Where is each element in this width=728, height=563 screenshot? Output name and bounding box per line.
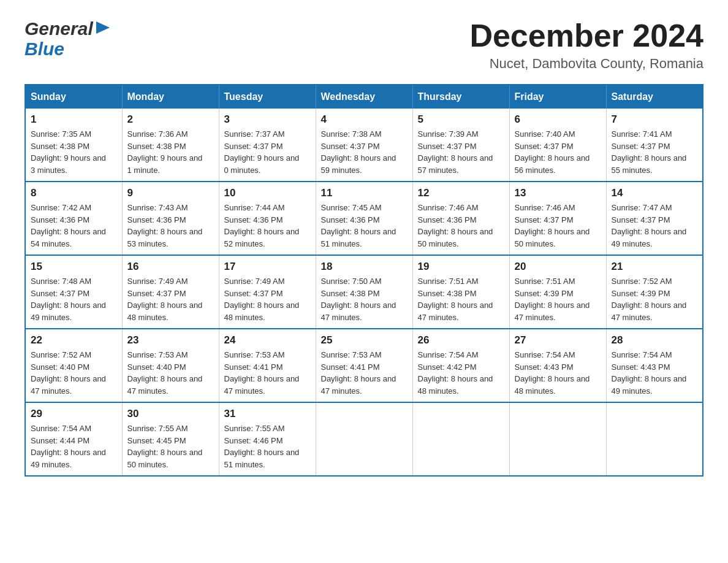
day-number: 24 [224, 334, 311, 347]
day-info: Sunrise: 7:55 AM Sunset: 4:46 PM Dayligh… [224, 423, 311, 470]
calendar-cell: 3 Sunrise: 7:37 AM Sunset: 4:37 PM Dayli… [219, 109, 316, 182]
calendar-cell: 16 Sunrise: 7:49 AM Sunset: 4:37 PM Dayl… [122, 255, 219, 329]
calendar-header-monday: Monday [122, 85, 219, 109]
day-info: Sunrise: 7:52 AM Sunset: 4:39 PM Dayligh… [612, 275, 698, 323]
calendar-cell: 30 Sunrise: 7:55 AM Sunset: 4:45 PM Dayl… [122, 402, 219, 476]
calendar-week-row: 1 Sunrise: 7:35 AM Sunset: 4:38 PM Dayli… [25, 109, 703, 182]
day-number: 26 [418, 334, 504, 347]
calendar-week-row: 8 Sunrise: 7:42 AM Sunset: 4:36 PM Dayli… [25, 182, 703, 255]
calendar-header-wednesday: Wednesday [316, 85, 412, 109]
day-info: Sunrise: 7:41 AM Sunset: 4:37 PM Dayligh… [612, 128, 698, 176]
calendar-cell: 8 Sunrise: 7:42 AM Sunset: 4:36 PM Dayli… [25, 182, 122, 255]
calendar-header-tuesday: Tuesday [219, 85, 316, 109]
day-number: 28 [612, 334, 698, 347]
day-number: 30 [127, 408, 214, 420]
calendar-cell [412, 402, 509, 476]
calendar-header-friday: Friday [509, 85, 606, 109]
day-info: Sunrise: 7:51 AM Sunset: 4:38 PM Dayligh… [418, 275, 504, 323]
day-number: 27 [515, 334, 601, 347]
calendar-cell: 22 Sunrise: 7:52 AM Sunset: 4:40 PM Dayl… [25, 329, 122, 402]
day-number: 6 [515, 113, 601, 126]
calendar-cell: 9 Sunrise: 7:43 AM Sunset: 4:36 PM Dayli… [122, 182, 219, 255]
calendar-cell: 1 Sunrise: 7:35 AM Sunset: 4:38 PM Dayli… [25, 109, 122, 182]
calendar-cell [606, 402, 703, 476]
day-number: 10 [224, 187, 311, 199]
calendar-cell: 12 Sunrise: 7:46 AM Sunset: 4:36 PM Dayl… [412, 182, 509, 255]
day-number: 15 [31, 261, 117, 273]
logo-arrow-icon [96, 21, 110, 36]
svg-marker-0 [96, 21, 110, 34]
logo-blue: Blue [25, 39, 64, 59]
day-number: 19 [418, 261, 504, 273]
calendar-cell: 11 Sunrise: 7:45 AM Sunset: 4:36 PM Dayl… [316, 182, 412, 255]
calendar-cell [509, 402, 606, 476]
day-number: 11 [321, 187, 408, 199]
day-number: 5 [418, 113, 504, 126]
day-info: Sunrise: 7:49 AM Sunset: 4:37 PM Dayligh… [127, 275, 214, 323]
calendar-cell: 28 Sunrise: 7:54 AM Sunset: 4:43 PM Dayl… [606, 329, 703, 402]
day-info: Sunrise: 7:53 AM Sunset: 4:40 PM Dayligh… [127, 349, 214, 397]
day-info: Sunrise: 7:35 AM Sunset: 4:38 PM Dayligh… [31, 128, 117, 176]
day-info: Sunrise: 7:54 AM Sunset: 4:42 PM Dayligh… [418, 349, 504, 397]
calendar-cell: 5 Sunrise: 7:39 AM Sunset: 4:37 PM Dayli… [412, 109, 509, 182]
calendar-header-saturday: Saturday [606, 85, 703, 109]
day-info: Sunrise: 7:51 AM Sunset: 4:39 PM Dayligh… [515, 275, 601, 323]
day-number: 12 [418, 187, 504, 199]
month-title: December 2024 [469, 18, 703, 53]
day-info: Sunrise: 7:39 AM Sunset: 4:37 PM Dayligh… [418, 128, 504, 176]
calendar-cell: 15 Sunrise: 7:48 AM Sunset: 4:37 PM Dayl… [25, 255, 122, 329]
day-info: Sunrise: 7:38 AM Sunset: 4:37 PM Dayligh… [321, 128, 408, 176]
day-info: Sunrise: 7:54 AM Sunset: 4:43 PM Dayligh… [515, 349, 601, 397]
calendar-cell: 10 Sunrise: 7:44 AM Sunset: 4:36 PM Dayl… [219, 182, 316, 255]
day-number: 29 [31, 408, 117, 420]
day-info: Sunrise: 7:53 AM Sunset: 4:41 PM Dayligh… [321, 349, 408, 397]
calendar-cell: 4 Sunrise: 7:38 AM Sunset: 4:37 PM Dayli… [316, 109, 412, 182]
day-number: 3 [224, 113, 311, 126]
day-number: 21 [612, 261, 698, 273]
day-info: Sunrise: 7:36 AM Sunset: 4:38 PM Dayligh… [127, 128, 214, 176]
calendar-table: SundayMondayTuesdayWednesdayThursdayFrid… [25, 84, 703, 477]
day-info: Sunrise: 7:54 AM Sunset: 4:44 PM Dayligh… [31, 423, 117, 470]
calendar-cell: 18 Sunrise: 7:50 AM Sunset: 4:38 PM Dayl… [316, 255, 412, 329]
day-number: 13 [515, 187, 601, 199]
calendar-cell: 2 Sunrise: 7:36 AM Sunset: 4:38 PM Dayli… [122, 109, 219, 182]
calendar-cell: 24 Sunrise: 7:53 AM Sunset: 4:41 PM Dayl… [219, 329, 316, 402]
day-number: 22 [31, 334, 117, 347]
day-number: 18 [321, 261, 408, 273]
day-info: Sunrise: 7:43 AM Sunset: 4:36 PM Dayligh… [127, 202, 214, 250]
day-info: Sunrise: 7:47 AM Sunset: 4:37 PM Dayligh… [612, 202, 698, 250]
calendar-cell: 6 Sunrise: 7:40 AM Sunset: 4:37 PM Dayli… [509, 109, 606, 182]
calendar-cell: 21 Sunrise: 7:52 AM Sunset: 4:39 PM Dayl… [606, 255, 703, 329]
calendar-cell: 27 Sunrise: 7:54 AM Sunset: 4:43 PM Dayl… [509, 329, 606, 402]
day-number: 17 [224, 261, 311, 273]
calendar-cell: 13 Sunrise: 7:46 AM Sunset: 4:37 PM Dayl… [509, 182, 606, 255]
day-number: 8 [31, 187, 117, 199]
calendar-cell [316, 402, 412, 476]
day-info: Sunrise: 7:42 AM Sunset: 4:36 PM Dayligh… [31, 202, 117, 250]
page-header: General Blue December 2024 Nucet, Dambov… [25, 18, 703, 72]
calendar-cell: 29 Sunrise: 7:54 AM Sunset: 4:44 PM Dayl… [25, 402, 122, 476]
day-info: Sunrise: 7:53 AM Sunset: 4:41 PM Dayligh… [224, 349, 311, 397]
calendar-header-row: SundayMondayTuesdayWednesdayThursdayFrid… [25, 85, 703, 109]
day-number: 20 [515, 261, 601, 273]
day-info: Sunrise: 7:55 AM Sunset: 4:45 PM Dayligh… [127, 423, 214, 470]
day-number: 7 [612, 113, 698, 126]
day-info: Sunrise: 7:46 AM Sunset: 4:36 PM Dayligh… [418, 202, 504, 250]
day-number: 23 [127, 334, 214, 347]
location: Nucet, Dambovita County, Romania [469, 56, 703, 72]
calendar-cell: 31 Sunrise: 7:55 AM Sunset: 4:46 PM Dayl… [219, 402, 316, 476]
day-number: 4 [321, 113, 408, 126]
day-number: 31 [224, 408, 311, 420]
calendar-week-row: 22 Sunrise: 7:52 AM Sunset: 4:40 PM Dayl… [25, 329, 703, 402]
calendar-cell: 23 Sunrise: 7:53 AM Sunset: 4:40 PM Dayl… [122, 329, 219, 402]
calendar-cell: 26 Sunrise: 7:54 AM Sunset: 4:42 PM Dayl… [412, 329, 509, 402]
calendar-cell: 19 Sunrise: 7:51 AM Sunset: 4:38 PM Dayl… [412, 255, 509, 329]
day-number: 1 [31, 113, 117, 126]
title-section: December 2024 Nucet, Dambovita County, R… [469, 18, 703, 72]
day-info: Sunrise: 7:50 AM Sunset: 4:38 PM Dayligh… [321, 275, 408, 323]
calendar-header-sunday: Sunday [25, 85, 122, 109]
day-info: Sunrise: 7:37 AM Sunset: 4:37 PM Dayligh… [224, 128, 311, 176]
calendar-cell: 17 Sunrise: 7:49 AM Sunset: 4:37 PM Dayl… [219, 255, 316, 329]
calendar-cell: 7 Sunrise: 7:41 AM Sunset: 4:37 PM Dayli… [606, 109, 703, 182]
day-number: 16 [127, 261, 214, 273]
